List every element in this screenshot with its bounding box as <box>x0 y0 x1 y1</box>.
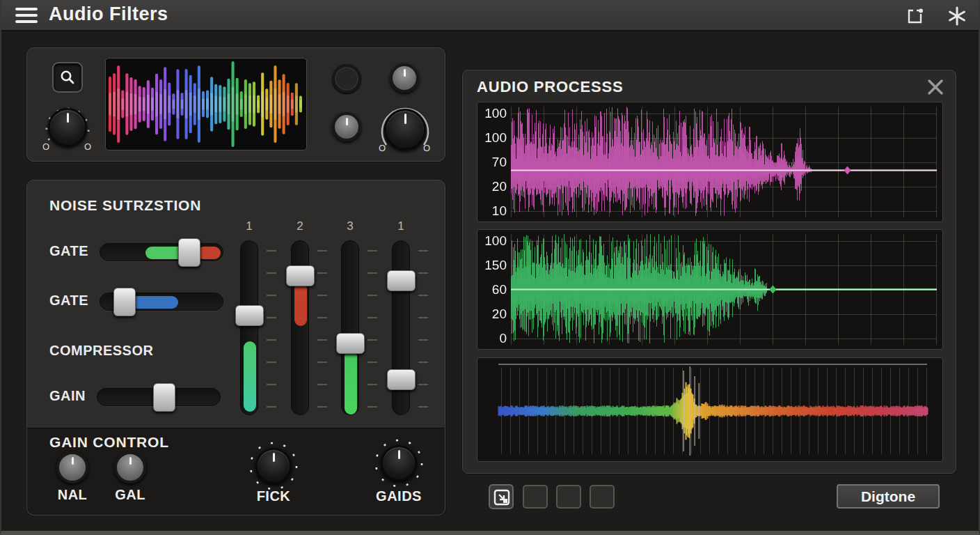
noise-section-title: NOISE SUTRZSTION <box>49 197 201 214</box>
gate1-label: GATE <box>49 243 88 259</box>
master-knob-min-label: O <box>377 143 387 153</box>
app-window: Audio Filters O O O O <box>0 0 980 535</box>
gaids-knob[interactable] <box>381 445 417 481</box>
slider-fill <box>131 296 178 309</box>
tone-knob[interactable] <box>390 63 419 93</box>
slider-handle[interactable] <box>336 333 365 354</box>
process-panel-title: AUDIO PROCESSS <box>477 78 623 96</box>
gain-control-section: GAIN CONTROL NAL GAL FICK GAIDS <box>27 428 445 515</box>
slider-fill <box>197 247 221 259</box>
input-module-panel: O O O O <box>26 47 445 162</box>
fick-knob-label: FICK <box>246 488 301 504</box>
gaids-knob-label: GAIDS <box>371 488 427 504</box>
slider-fill <box>345 350 357 414</box>
y-axis-tick-label: 100 <box>477 106 507 121</box>
noise-suppression-panel: NOISE SUTRZSTION GATE GATE COMPRESSOR GA… <box>26 180 445 515</box>
export-window-icon[interactable] <box>905 6 926 26</box>
vslider3-number: 3 <box>336 219 364 233</box>
y-axis-tick-label: 20 <box>477 307 507 322</box>
y-axis-tick-label: 60 <box>477 282 507 297</box>
knob-max-label: O <box>83 141 93 152</box>
titlebar: Audio Filters <box>1 0 979 31</box>
magenta-waveform-canvas <box>477 102 942 222</box>
option-button-1[interactable] <box>523 485 548 509</box>
master-knob[interactable] <box>384 109 426 150</box>
master-knob-max-label: O <box>422 143 432 153</box>
slider-fill <box>294 283 307 326</box>
level-knob[interactable] <box>332 112 361 141</box>
vertical-slider-4[interactable] <box>392 240 410 415</box>
vertical-slider-2[interactable] <box>291 240 309 415</box>
empty-knob-ring[interactable] <box>332 64 361 93</box>
vslider2-ticks <box>317 250 327 408</box>
vslider1-ticks <box>267 250 276 408</box>
gate2-slider[interactable] <box>100 293 223 311</box>
nal-knob-label: NAL <box>52 487 93 503</box>
digtone-button[interactable]: Digtone <box>837 484 940 509</box>
slider-handle[interactable] <box>178 238 200 267</box>
gate2-label: GATE <box>49 293 88 309</box>
slider-handle[interactable] <box>113 288 136 316</box>
asterisk-icon[interactable] <box>947 6 967 26</box>
noise-section: NOISE SUTRZSTION GATE GATE COMPRESSOR GA… <box>27 180 445 428</box>
close-icon[interactable] <box>925 77 946 98</box>
nal-knob[interactable] <box>56 451 88 483</box>
green-waveform-canvas <box>477 230 942 349</box>
vslider4-ticks <box>418 250 428 408</box>
slider-handle[interactable] <box>387 270 416 291</box>
gain-label: GAIN <box>49 388 86 404</box>
gain-control-title: GAIN CONTROL <box>49 434 169 451</box>
vertical-slider-3[interactable] <box>341 240 359 415</box>
spectrum-canvas <box>106 59 306 150</box>
rainbow-band-canvas <box>477 358 942 461</box>
option-button-2[interactable] <box>556 485 581 509</box>
gal-knob-label: GAL <box>109 487 151 503</box>
slider-fill <box>244 341 256 412</box>
vslider4-number: 1 <box>387 219 415 233</box>
rainbow-band-chart <box>477 357 943 462</box>
y-axis-tick-label: 20 <box>477 179 507 194</box>
gain-slider[interactable] <box>97 388 221 406</box>
screen-share-button[interactable] <box>489 484 514 509</box>
waveform-chart-magenta: 100100702010 <box>477 102 943 222</box>
spectrum-display <box>105 58 307 150</box>
y-axis-tick-label: 150 <box>477 258 507 273</box>
app-title: Audio Filters <box>49 3 168 25</box>
vslider1-number: 1 <box>235 219 263 233</box>
compressor-label: COMPRESSOR <box>49 343 153 359</box>
search-button[interactable] <box>52 62 83 93</box>
gate1-slider[interactable] <box>100 243 223 261</box>
knob-min-label: O <box>41 141 51 152</box>
y-axis-tick-label: 100 <box>477 130 507 146</box>
slider-handle[interactable] <box>286 265 315 286</box>
vslider2-number: 2 <box>286 219 314 233</box>
vslider3-ticks <box>368 250 377 408</box>
search-icon <box>59 69 76 86</box>
waveform-chart-green: 10015060200 <box>477 229 943 350</box>
slider-handle[interactable] <box>153 383 175 412</box>
y-axis-tick-label: 70 <box>477 155 507 170</box>
input-gain-knob[interactable] <box>48 108 87 147</box>
audio-process-panel: AUDIO PROCESSS 100100702010 10015060200 <box>462 70 956 474</box>
slider-handle[interactable] <box>387 369 416 390</box>
gal-knob[interactable] <box>114 451 146 483</box>
screen-share-icon <box>493 488 511 506</box>
y-axis-tick-label: 0 <box>477 331 507 346</box>
slider-handle[interactable] <box>235 305 264 326</box>
option-button-3[interactable] <box>590 485 615 509</box>
y-axis-tick-label: 100 <box>477 233 507 249</box>
y-axis-tick-label: 10 <box>477 203 507 219</box>
vertical-slider-1[interactable] <box>240 240 258 415</box>
menu-icon[interactable] <box>15 8 38 24</box>
fick-knob[interactable] <box>255 448 292 484</box>
